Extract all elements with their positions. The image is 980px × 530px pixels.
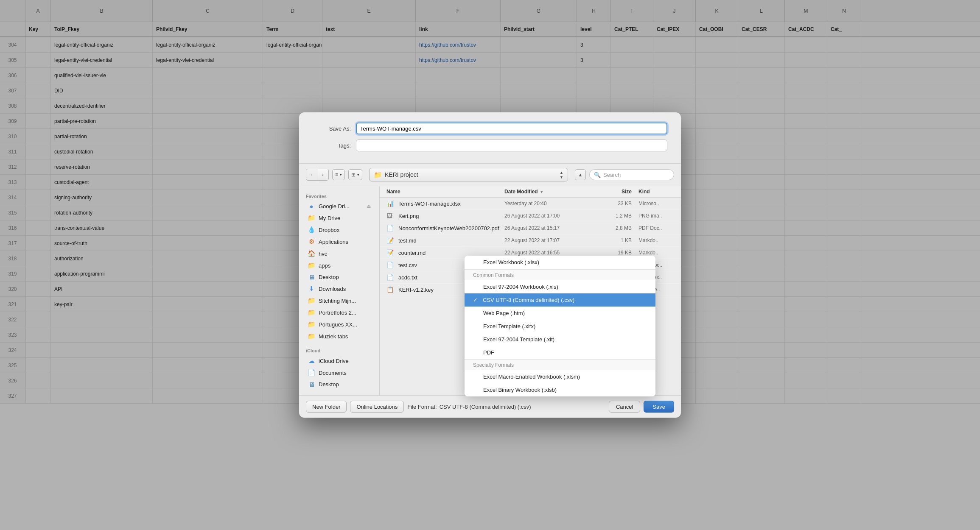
location-dropdown[interactable]: 📁 KERI project ▲ ▼: [369, 168, 568, 181]
cancel-button[interactable]: Cancel: [609, 401, 640, 413]
file-icon-png: 🖼: [386, 212, 392, 219]
file-format-label: File Format:: [407, 404, 437, 410]
collapse-button[interactable]: ▲: [575, 169, 586, 180]
sidebar-item-muziek[interactable]: 📁 Muziek tabs: [301, 330, 378, 342]
sidebar-item-label-portugues: Português XX...: [319, 321, 357, 328]
file-size: 19 KB: [598, 250, 632, 256]
dialog-sidebar: Favorites ● Google Dri... ⏏ 📁 My Drive 💧…: [299, 186, 380, 395]
file-date: 22 August 2022 at 17:07: [504, 237, 598, 243]
list-item[interactable]: 🖼 Keri.png 26 August 2022 at 17:00 1,2 M…: [380, 210, 681, 222]
eject-icon: ⏏: [367, 204, 371, 209]
muziek-icon: 📁: [308, 332, 315, 340]
file-name: counter.md: [398, 250, 504, 256]
sidebar-item-portretfotos[interactable]: 📁 Portretfotos 2...: [301, 307, 378, 318]
format-item-htm[interactable]: Web Page (.htm): [465, 307, 655, 320]
file-format-value: CSV UTF-8 (Comma delimited) (.csv): [440, 404, 531, 410]
icon-view-dropdown[interactable]: ⊞ ▾: [348, 169, 362, 180]
sidebar-item-sitchting[interactable]: 📁 Sitchting Mijn...: [301, 295, 378, 307]
file-icon-container: 📋: [386, 286, 395, 293]
file-size: 1,2 MB: [598, 213, 632, 219]
format-label-csv: CSV UTF-8 (Comma delimited) (.csv): [483, 297, 574, 303]
sidebar-item-hvc[interactable]: 🏠 hvc: [301, 248, 378, 259]
sidebar-item-desktop-icloud[interactable]: 🖥 Desktop: [301, 379, 378, 390]
file-icon-container: 📄: [386, 274, 395, 281]
file-icon-container: 📝: [386, 237, 395, 244]
format-label-xlsb: Excel Binary Workbook (.xlsb): [483, 387, 557, 393]
file-size: 33 KB: [598, 201, 632, 206]
format-item-xltx[interactable]: Excel Template (.xltx): [465, 320, 655, 333]
col-header-date[interactable]: Date Modified ▼: [504, 189, 598, 195]
file-date: 26 August 2022 at 17:00: [504, 213, 598, 219]
format-label-xltx: Excel Template (.xltx): [483, 323, 535, 329]
format-item-xlsb[interactable]: Excel Binary Workbook (.xlsb): [465, 383, 655, 396]
file-icon-txt: 📄: [386, 274, 394, 281]
file-format-area: File Format: CSV UTF-8 (Comma delimited)…: [407, 404, 531, 410]
format-item-xlt[interactable]: Excel 97-2004 Template (.xlt): [465, 333, 655, 346]
file-icon-xlsx: 📊: [386, 200, 394, 207]
list-item[interactable]: 📊 Terms-WOT-manage.xlsx Yesterday at 20:…: [380, 198, 681, 210]
sidebar-item-label-downloads: Downloads: [319, 286, 346, 292]
online-locations-button[interactable]: Online Locations: [350, 401, 404, 413]
file-list-header: Name Date Modified ▼ Size Kind: [380, 186, 681, 198]
portugues-icon: 📁: [308, 321, 315, 328]
back-button[interactable]: ‹: [306, 169, 317, 180]
location-label: KERI project: [385, 171, 418, 178]
file-date: 22 August 2022 at 16:55: [504, 250, 598, 256]
sidebar-item-google-drive[interactable]: ● Google Dri... ⏏: [301, 201, 378, 212]
filename-input[interactable]: [356, 123, 667, 134]
file-icon-csv: 📄: [386, 262, 394, 268]
modal-overlay: Save As: Tags: ‹ › ≡ ▾ ⊞ ▾ 📁: [0, 0, 980, 530]
format-item-xlsm[interactable]: Excel Macro-Enabled Workbook (.xlsm): [465, 370, 655, 383]
my-drive-icon: 📁: [308, 214, 315, 222]
file-kind: Microso..: [632, 201, 674, 206]
sidebar-item-apps[interactable]: 📁 apps: [301, 259, 378, 271]
file-kind: PDF Doc..: [632, 225, 674, 231]
new-folder-button[interactable]: New Folder: [306, 401, 347, 413]
list-item[interactable]: 📄 NonconformistKeynoteWeb20200702.pdf 26…: [380, 222, 681, 234]
tags-row: Tags:: [313, 139, 667, 151]
save-button[interactable]: Save: [644, 401, 674, 413]
applications-icon: ⚙: [308, 238, 315, 245]
file-kind: Markdo..: [632, 250, 674, 256]
google-drive-icon: ●: [308, 203, 315, 210]
sidebar-item-label-desktop: Desktop: [319, 274, 339, 280]
sidebar-item-label-hvc: hvc: [319, 251, 327, 257]
sidebar-item-icloud-drive[interactable]: ☁ iCloud Drive: [301, 355, 378, 367]
file-icon-md: 📝: [386, 237, 394, 244]
file-name: Keri.png: [398, 213, 504, 219]
sidebar-item-portugues[interactable]: 📁 Português XX...: [301, 318, 378, 330]
sidebar-item-dropbox[interactable]: 💧 Dropbox: [301, 224, 378, 236]
collapse-icon: ▲: [578, 172, 583, 177]
file-kind: Markdo..: [632, 237, 674, 243]
sidebar-item-applications[interactable]: ⚙ Applications: [301, 236, 378, 248]
icon-view-chevron-icon: ▾: [357, 173, 359, 177]
save-as-label: Save As:: [313, 126, 351, 132]
forward-button[interactable]: ›: [317, 169, 328, 180]
dialog-toolbar: ‹ › ≡ ▾ ⊞ ▾ 📁 KERI project ▲ ▼ ▲: [299, 164, 681, 186]
format-item-xlsx-top[interactable]: Excel Workbook (.xlsx): [465, 256, 655, 269]
sidebar-item-my-drive[interactable]: 📁 My Drive: [301, 212, 378, 224]
format-label-xlt: Excel 97-2004 Template (.xlt): [483, 336, 554, 343]
format-item-xls[interactable]: Excel 97-2004 Workbook (.xls): [465, 280, 655, 293]
format-item-csv[interactable]: CSV UTF-8 (Comma delimited) (.csv): [465, 293, 655, 307]
format-label-htm: Web Page (.htm): [483, 310, 525, 316]
format-dropdown: Excel Workbook (.xlsx) Common Formats Ex…: [465, 256, 655, 396]
icon-view-icon: ⊞: [351, 172, 356, 178]
sidebar-item-label-portretfotos: Portretfotos 2...: [319, 310, 356, 316]
search-box[interactable]: 🔍 Search: [589, 169, 674, 180]
documents-icon: 📄: [308, 369, 315, 377]
tags-input[interactable]: [356, 139, 667, 151]
list-item[interactable]: 📝 test.md 22 August 2022 at 17:07 1 KB M…: [380, 234, 681, 247]
sidebar-item-downloads[interactable]: ⬇ Downloads: [301, 283, 378, 295]
icloud-drive-icon: ☁: [308, 357, 315, 365]
dialog-footer: New Folder Online Locations File Format:…: [299, 395, 681, 418]
favorites-label: Favorites: [299, 191, 379, 201]
sidebar-item-desktop[interactable]: 🖥 Desktop: [301, 271, 378, 283]
file-size: 2,8 MB: [598, 225, 632, 231]
sidebar-item-label-mydrive: My Drive: [319, 215, 340, 221]
search-icon: 🔍: [594, 172, 601, 178]
list-view-dropdown[interactable]: ≡ ▾: [332, 169, 345, 180]
sidebar-item-documents[interactable]: 📄 Documents: [301, 367, 378, 379]
file-name: test.md: [398, 237, 504, 244]
format-item-pdf[interactable]: PDF: [465, 346, 655, 359]
